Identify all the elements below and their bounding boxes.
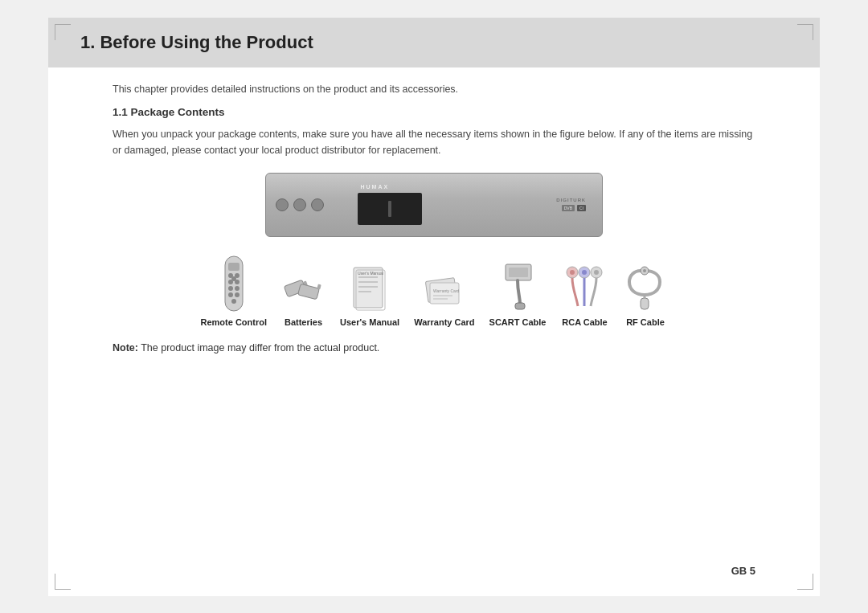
accessory-rf-cable: RF Cable <box>623 264 667 327</box>
rca-cable-icon <box>560 264 608 313</box>
svg-rect-29 <box>509 268 528 277</box>
svg-rect-24 <box>430 283 459 304</box>
rca-cable-label: RCA Cable <box>562 317 607 327</box>
svg-point-8 <box>235 286 240 291</box>
device-display <box>358 193 422 225</box>
svg-point-9 <box>228 292 233 297</box>
accessory-rca-cable: RCA Cable <box>560 264 608 327</box>
page: 1. Before Using the Product This chapter… <box>48 18 820 596</box>
remote-control-icon <box>217 255 251 313</box>
batteries-icon <box>281 268 326 313</box>
accessory-remote-control: Remote Control <box>201 255 268 327</box>
svg-rect-15 <box>317 284 321 289</box>
svg-point-36 <box>594 270 599 275</box>
main-content: This chapter provides detailed instructi… <box>48 67 820 372</box>
svg-text:User's Manual: User's Manual <box>358 271 383 276</box>
section-title: 1.1 Package Contents <box>113 106 755 118</box>
rf-cable-label: RF Cable <box>626 317 665 327</box>
svg-rect-30 <box>515 303 525 309</box>
svg-rect-14 <box>298 284 320 300</box>
scart-cable-label: SCART Cable <box>489 317 547 327</box>
accessory-warranty-card: Warranty Card Warranty Card <box>414 268 474 327</box>
accessory-batteries: Batteries <box>281 268 326 327</box>
corner-mark-bl <box>55 574 71 590</box>
svg-rect-39 <box>641 298 649 309</box>
warranty-card-label: Warranty Card <box>414 317 474 327</box>
device-button-1 <box>276 198 289 211</box>
device-screen-area: HUMAX <box>324 184 455 225</box>
accessory-users-manual: User's Manual User's Manual <box>340 264 399 327</box>
device-image: HUMAX DIGITURK DVB CI <box>265 173 603 237</box>
svg-point-32 <box>570 270 575 275</box>
accessory-scart-cable: SCART Cable <box>489 260 547 327</box>
note-text: The product image may differ from the ac… <box>141 342 379 353</box>
batteries-label: Batteries <box>285 317 322 327</box>
corner-mark-br <box>797 574 813 590</box>
corner-mark-tr <box>797 24 813 40</box>
svg-point-10 <box>235 292 240 297</box>
corner-mark-tl <box>55 24 71 40</box>
body-text: When you unpack your package contents, m… <box>113 126 755 158</box>
svg-text:Warranty Card: Warranty Card <box>433 288 460 293</box>
page-number: GB 5 <box>731 565 755 577</box>
chapter-title: 1. Before Using the Product <box>80 32 788 53</box>
users-manual-icon: User's Manual <box>350 264 389 313</box>
note-label: Note: <box>113 342 138 353</box>
chapter-header: 1. Before Using the Product <box>48 18 820 67</box>
remote-control-label: Remote Control <box>201 317 268 327</box>
device-button-3 <box>311 198 324 211</box>
svg-point-34 <box>582 270 587 275</box>
svg-point-7 <box>228 286 233 291</box>
device-button-2 <box>293 198 306 211</box>
warranty-card-icon: Warranty Card <box>422 268 466 313</box>
rf-cable-icon <box>623 264 667 313</box>
scart-cable-icon <box>496 260 540 313</box>
users-manual-label: User's Manual <box>340 317 399 327</box>
note-section: Note: The product image may differ from … <box>113 340 755 356</box>
svg-point-38 <box>643 269 646 272</box>
device-buttons <box>276 198 324 211</box>
svg-point-6 <box>231 276 236 281</box>
svg-point-11 <box>231 299 236 304</box>
intro-text: This chapter provides detailed instructi… <box>113 84 755 95</box>
device-image-container: HUMAX DIGITURK DVB CI <box>113 173 755 237</box>
svg-rect-1 <box>228 263 240 271</box>
accessories-container: Remote Control Batteries <box>113 255 755 327</box>
